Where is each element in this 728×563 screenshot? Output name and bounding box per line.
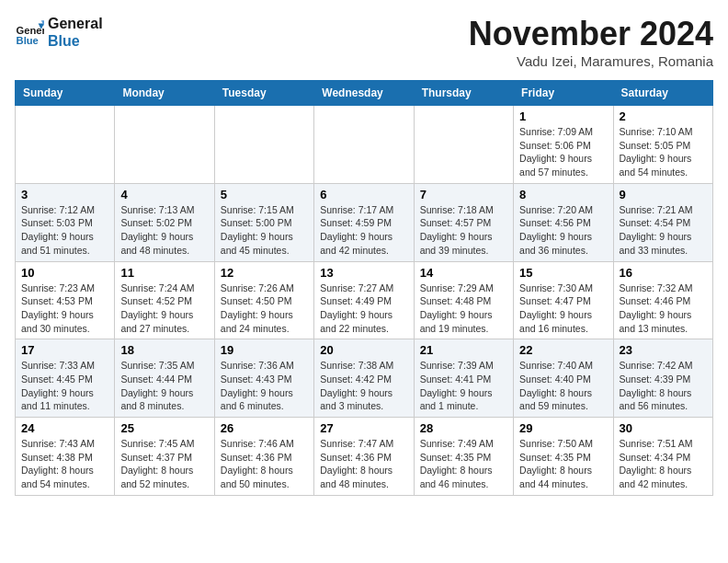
day-info: Sunrise: 7:12 AMSunset: 5:03 PMDaylight:… [21,203,108,258]
day-info: Sunrise: 7:32 AMSunset: 4:46 PMDaylight:… [620,282,707,336]
day-info: Sunrise: 7:42 AMSunset: 4:39 PMDaylight:… [620,359,707,413]
location: Vadu Izei, Maramures, Romania [469,53,713,69]
calendar-cell: 10Sunrise: 7:23 AMSunset: 4:53 PMDayligh… [16,261,115,339]
day-info: Sunrise: 7:35 AMSunset: 4:44 PMDaylight:… [120,359,208,413]
day-number: 8 [519,188,607,201]
day-info: Sunrise: 7:27 AMSunset: 4:49 PMDaylight:… [320,282,407,336]
calendar-cell: 1Sunrise: 7:09 AMSunset: 5:06 PMDaylight… [514,106,613,184]
calendar-cell: 14Sunrise: 7:29 AMSunset: 4:48 PMDayligh… [414,261,513,339]
calendar-header-tuesday: Tuesday [214,81,313,106]
day-number: 26 [221,421,308,435]
day-info: Sunrise: 7:18 AMSunset: 4:57 PMDaylight:… [420,203,507,258]
day-number: 10 [21,266,108,280]
calendar-cell [115,106,214,184]
day-info: Sunrise: 7:26 AMSunset: 4:50 PMDaylight:… [221,282,308,336]
calendar-week-2: 3Sunrise: 7:12 AMSunset: 5:03 PMDaylight… [16,183,713,261]
calendar-cell [314,106,414,184]
calendar-cell [16,106,115,184]
day-info: Sunrise: 7:51 AMSunset: 4:34 PMDaylight:… [620,437,707,491]
logo-line1: General [48,15,103,32]
calendar-cell: 7Sunrise: 7:18 AMSunset: 4:57 PMDaylight… [414,183,513,261]
calendar-cell: 19Sunrise: 7:36 AMSunset: 4:43 PMDayligh… [214,339,313,418]
day-number: 19 [221,343,308,357]
day-number: 12 [221,266,308,280]
day-number: 25 [120,421,208,435]
day-number: 14 [420,266,507,280]
day-number: 5 [221,188,308,201]
calendar-cell: 20Sunrise: 7:38 AMSunset: 4:42 PMDayligh… [314,339,414,418]
calendar-cell: 15Sunrise: 7:30 AMSunset: 4:47 PMDayligh… [514,261,613,339]
calendar-cell: 30Sunrise: 7:51 AMSunset: 4:34 PMDayligh… [613,418,712,496]
day-info: Sunrise: 7:45 AMSunset: 4:37 PMDaylight:… [120,437,208,491]
day-info: Sunrise: 7:33 AMSunset: 4:45 PMDaylight:… [21,359,108,413]
calendar-cell: 25Sunrise: 7:45 AMSunset: 4:37 PMDayligh… [115,418,214,496]
calendar-cell: 24Sunrise: 7:43 AMSunset: 4:38 PMDayligh… [16,418,115,496]
calendar-cell: 6Sunrise: 7:17 AMSunset: 4:59 PMDaylight… [314,183,414,261]
day-info: Sunrise: 7:23 AMSunset: 4:53 PMDaylight:… [21,282,108,336]
logo-icon: General Blue [15,17,44,47]
day-number: 1 [519,109,607,123]
calendar-header-friday: Friday [514,81,613,106]
day-info: Sunrise: 7:15 AMSunset: 5:00 PMDaylight:… [221,203,308,258]
day-number: 2 [620,109,707,123]
day-number: 3 [21,188,108,201]
calendar-week-3: 10Sunrise: 7:23 AMSunset: 4:53 PMDayligh… [16,261,713,339]
day-info: Sunrise: 7:38 AMSunset: 4:42 PMDaylight:… [320,359,407,413]
calendar-cell: 21Sunrise: 7:39 AMSunset: 4:41 PMDayligh… [414,339,513,418]
calendar-cell: 17Sunrise: 7:33 AMSunset: 4:45 PMDayligh… [16,339,115,418]
day-number: 15 [519,266,607,280]
calendar-week-1: 1Sunrise: 7:09 AMSunset: 5:06 PMDaylight… [16,106,713,184]
day-info: Sunrise: 7:36 AMSunset: 4:43 PMDaylight:… [221,359,308,413]
calendar-cell: 3Sunrise: 7:12 AMSunset: 5:03 PMDaylight… [16,183,115,261]
day-number: 24 [21,421,108,435]
calendar-cell: 23Sunrise: 7:42 AMSunset: 4:39 PMDayligh… [613,339,712,418]
calendar-header-row: SundayMondayTuesdayWednesdayThursdayFrid… [16,81,713,106]
calendar-cell: 28Sunrise: 7:49 AMSunset: 4:35 PMDayligh… [414,418,513,496]
calendar-cell [214,106,313,184]
calendar-cell: 18Sunrise: 7:35 AMSunset: 4:44 PMDayligh… [115,339,214,418]
calendar-cell: 11Sunrise: 7:24 AMSunset: 4:52 PMDayligh… [115,261,214,339]
calendar-cell: 5Sunrise: 7:15 AMSunset: 5:00 PMDaylight… [214,183,313,261]
day-number: 20 [320,343,407,357]
day-info: Sunrise: 7:46 AMSunset: 4:36 PMDaylight:… [221,437,308,491]
svg-text:Blue: Blue [17,35,39,46]
logo-line2: Blue [48,32,103,50]
day-number: 28 [420,421,507,435]
day-info: Sunrise: 7:21 AMSunset: 4:54 PMDaylight:… [620,203,707,258]
calendar-cell: 8Sunrise: 7:20 AMSunset: 4:56 PMDaylight… [514,183,613,261]
day-number: 6 [320,188,407,201]
calendar-cell: 27Sunrise: 7:47 AMSunset: 4:36 PMDayligh… [314,418,414,496]
day-number: 9 [620,188,707,201]
day-info: Sunrise: 7:17 AMSunset: 4:59 PMDaylight:… [320,203,407,258]
day-info: Sunrise: 7:30 AMSunset: 4:47 PMDaylight:… [519,282,607,336]
day-number: 30 [620,421,707,435]
calendar-cell: 29Sunrise: 7:50 AMSunset: 4:35 PMDayligh… [514,418,613,496]
day-number: 13 [320,266,407,280]
day-info: Sunrise: 7:13 AMSunset: 5:02 PMDaylight:… [120,203,208,258]
calendar-cell: 9Sunrise: 7:21 AMSunset: 4:54 PMDaylight… [613,183,712,261]
calendar-week-5: 24Sunrise: 7:43 AMSunset: 4:38 PMDayligh… [16,418,713,496]
calendar-cell: 26Sunrise: 7:46 AMSunset: 4:36 PMDayligh… [214,418,313,496]
calendar-header-wednesday: Wednesday [314,81,414,106]
day-info: Sunrise: 7:47 AMSunset: 4:36 PMDaylight:… [320,437,407,491]
calendar-table: SundayMondayTuesdayWednesdayThursdayFrid… [15,80,713,496]
title-block: November 2024 Vadu Izei, Maramures, Roma… [469,15,713,69]
day-info: Sunrise: 7:50 AMSunset: 4:35 PMDaylight:… [519,437,607,491]
day-info: Sunrise: 7:39 AMSunset: 4:41 PMDaylight:… [420,359,507,413]
day-number: 18 [120,343,208,357]
day-info: Sunrise: 7:49 AMSunset: 4:35 PMDaylight:… [420,437,507,491]
day-number: 27 [320,421,407,435]
day-info: Sunrise: 7:40 AMSunset: 4:40 PMDaylight:… [519,359,607,413]
calendar-header-saturday: Saturday [613,81,712,106]
calendar-week-4: 17Sunrise: 7:33 AMSunset: 4:45 PMDayligh… [16,339,713,418]
day-info: Sunrise: 7:10 AMSunset: 5:05 PMDaylight:… [620,125,707,179]
day-info: Sunrise: 7:29 AMSunset: 4:48 PMDaylight:… [420,282,507,336]
calendar-cell [414,106,513,184]
day-number: 16 [620,266,707,280]
day-number: 23 [620,343,707,357]
day-info: Sunrise: 7:09 AMSunset: 5:06 PMDaylight:… [519,125,607,179]
month-title: November 2024 [469,15,713,53]
day-number: 11 [120,266,208,280]
day-info: Sunrise: 7:24 AMSunset: 4:52 PMDaylight:… [120,282,208,336]
day-number: 4 [120,188,208,201]
